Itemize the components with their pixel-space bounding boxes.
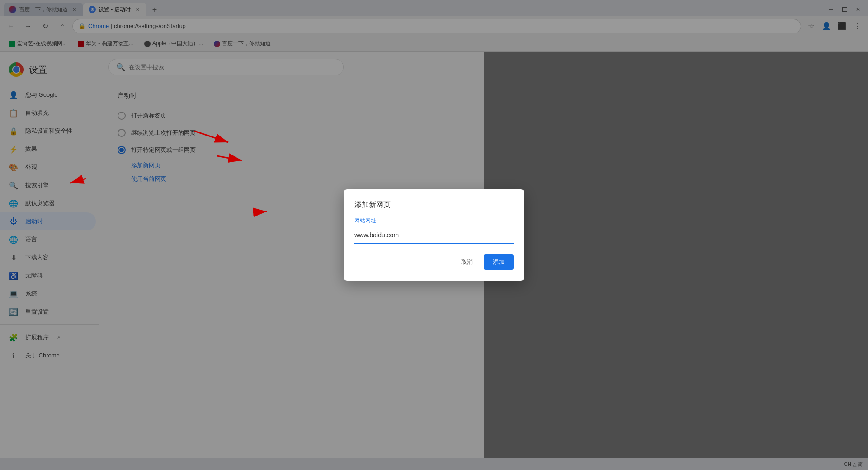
dialog-url-input[interactable] — [354, 227, 514, 244]
dialog-title: 添加新网页 — [354, 200, 514, 210]
dialog-actions: 取消 添加 — [354, 254, 514, 270]
cancel-button[interactable]: 取消 — [454, 254, 480, 270]
dialog-overlay: 添加新网页 网站网址 取消 添加 — [0, 0, 868, 470]
dialog-field-label: 网站网址 — [354, 217, 514, 225]
add-button[interactable]: 添加 — [484, 254, 514, 270]
add-page-dialog: 添加新网页 网站网址 取消 添加 — [344, 189, 524, 281]
